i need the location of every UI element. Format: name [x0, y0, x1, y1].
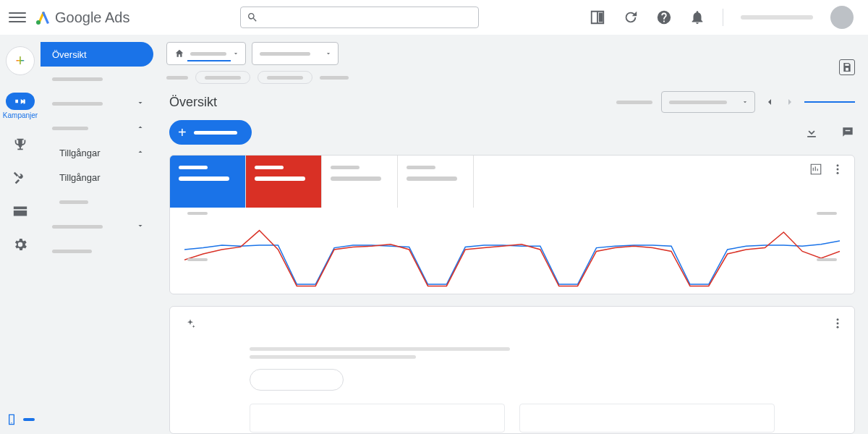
more-icon[interactable]: [831, 317, 844, 330]
svg-point-5: [837, 319, 839, 321]
insights-panel-2[interactable]: [519, 404, 775, 433]
billing-icon[interactable]: [12, 203, 28, 219]
svg-point-2: [837, 164, 839, 166]
side-item-overview[interactable]: Översikt: [41, 42, 153, 67]
save-icon[interactable]: [839, 59, 855, 75]
more-icon[interactable]: [831, 163, 844, 176]
side-nav: Översikt Tillgångar Tillgångar: [41, 35, 156, 434]
page-title: Översikt: [169, 95, 217, 110]
svg-point-3: [837, 169, 839, 171]
google-ads-logo[interactable]: Google Ads: [35, 9, 129, 26]
side-item-1[interactable]: [41, 67, 153, 91]
date-range-picker[interactable]: [661, 91, 755, 113]
side-item-2[interactable]: [41, 91, 153, 116]
rail-campaigns[interactable]: Kampanjer: [6, 93, 35, 119]
accent-line: [804, 101, 855, 103]
search-icon: [247, 12, 258, 23]
appearance-icon[interactable]: [590, 9, 605, 25]
metric-tile-2[interactable]: [246, 156, 322, 208]
filter-label: [166, 71, 188, 84]
chevron-down-icon: [741, 98, 749, 106]
rail-campaigns-label: Kampanjer: [3, 111, 38, 119]
side-item-assets[interactable]: Tillgångar: [41, 165, 153, 190]
download-icon[interactable]: [804, 125, 819, 140]
nav-rail: + Kampanjer: [0, 35, 41, 434]
filter-selector[interactable]: [252, 42, 339, 65]
metric-tile-1[interactable]: [170, 156, 246, 208]
add-filter[interactable]: [320, 71, 349, 84]
insights-action-button[interactable]: [250, 369, 344, 391]
device-icon: [6, 414, 17, 425]
account-placeholder[interactable]: [741, 15, 813, 20]
filter-chip-1[interactable]: [195, 71, 250, 84]
svg-point-6: [837, 323, 839, 325]
date-next-icon[interactable]: [784, 96, 796, 108]
metrics-card: [169, 155, 855, 294]
timeseries-chart: [170, 208, 854, 294]
search-box[interactable]: [240, 7, 479, 28]
date-prev-icon[interactable]: [764, 96, 775, 108]
filter-chip-2[interactable]: [258, 71, 312, 84]
side-item-assets-group[interactable]: Tillgångar: [41, 140, 153, 165]
side-item-3[interactable]: [41, 116, 153, 140]
date-label: [616, 101, 652, 104]
chevron-down-icon: [325, 50, 332, 57]
svg-point-4: [837, 172, 839, 174]
brand-name-2: Ads: [105, 9, 129, 25]
expand-chart-icon[interactable]: [809, 163, 822, 176]
insights-card: [169, 306, 855, 434]
refresh-icon[interactable]: [623, 9, 639, 25]
notifications-icon[interactable]: [689, 9, 705, 25]
home-icon: [174, 48, 184, 59]
top-bar: Google Ads: [0, 0, 868, 35]
chevron-down-icon: [232, 50, 239, 57]
side-item-sub2[interactable]: [41, 190, 153, 214]
svg-point-1: [11, 422, 12, 423]
insights-panel-1[interactable]: [250, 404, 505, 433]
plus-icon: +: [178, 124, 187, 141]
side-item-4[interactable]: [41, 214, 153, 239]
metric-tile-3[interactable]: [322, 156, 398, 208]
search-input[interactable]: [264, 12, 472, 23]
metric-tile-4[interactable]: [398, 156, 474, 208]
side-item-5[interactable]: [41, 239, 153, 263]
feedback-icon[interactable]: [841, 125, 855, 140]
tools-icon[interactable]: [12, 170, 28, 186]
menu-icon[interactable]: [9, 9, 26, 26]
new-button[interactable]: +: [169, 120, 252, 145]
rail-footer[interactable]: [0, 414, 41, 425]
svg-point-7: [837, 326, 839, 328]
trophy-icon[interactable]: [12, 137, 28, 153]
main-content: Översikt +: [156, 35, 868, 434]
svg-point-0: [36, 20, 41, 25]
create-button[interactable]: +: [6, 46, 35, 75]
megaphone-icon: [14, 95, 27, 108]
help-icon[interactable]: [656, 9, 672, 25]
sparkle-icon: [184, 318, 196, 330]
brand-name-1: Google: [55, 9, 102, 25]
scope-selector[interactable]: [166, 42, 246, 65]
avatar[interactable]: [830, 6, 854, 29]
settings-icon[interactable]: [12, 237, 28, 252]
